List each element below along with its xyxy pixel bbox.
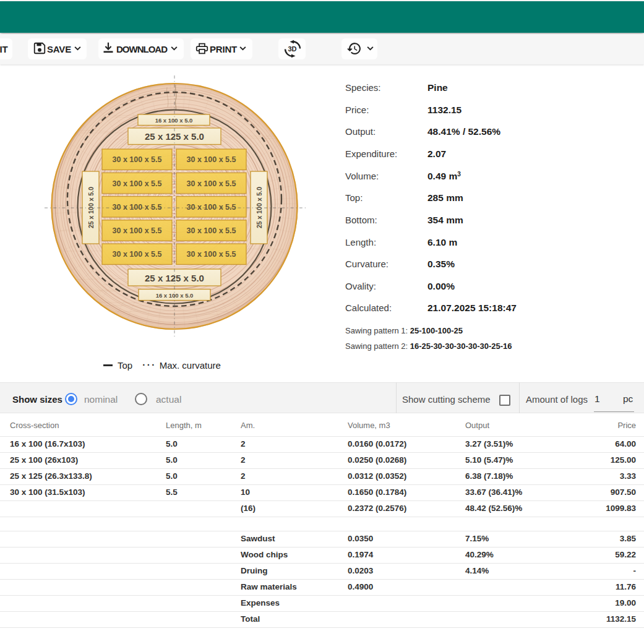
svg-text:30 x 100 x 5.5: 30 x 100 x 5.5: [113, 203, 162, 212]
svg-text:30 x 100 x 5.5: 30 x 100 x 5.5: [187, 250, 236, 259]
svg-text:3D: 3D: [288, 45, 296, 53]
svg-text:25 x 100 x 5.0: 25 x 100 x 5.0: [87, 187, 95, 228]
svg-text:25 x 125 x 5.0: 25 x 125 x 5.0: [145, 131, 204, 142]
svg-text:30 x 100 x 5.5: 30 x 100 x 5.5: [187, 155, 236, 164]
svg-text:30 x 100 x 5.5: 30 x 100 x 5.5: [187, 226, 236, 235]
svg-text:30 x 100 x 5.5: 30 x 100 x 5.5: [113, 250, 162, 259]
svg-text:30 x 100 x 5.5: 30 x 100 x 5.5: [113, 155, 162, 164]
svg-text:30 x 100 x 5.5: 30 x 100 x 5.5: [187, 203, 236, 212]
svg-text:25 x 100 x 5.0: 25 x 100 x 5.0: [255, 187, 263, 228]
svg-text:30 x 100 x 5.5: 30 x 100 x 5.5: [187, 179, 236, 188]
svg-text:30 x 100 x 5.5: 30 x 100 x 5.5: [113, 226, 162, 235]
svg-text:16 x 100 x 5.0: 16 x 100 x 5.0: [155, 117, 193, 124]
svg-text:30 x 100 x 5.5: 30 x 100 x 5.5: [113, 179, 162, 188]
